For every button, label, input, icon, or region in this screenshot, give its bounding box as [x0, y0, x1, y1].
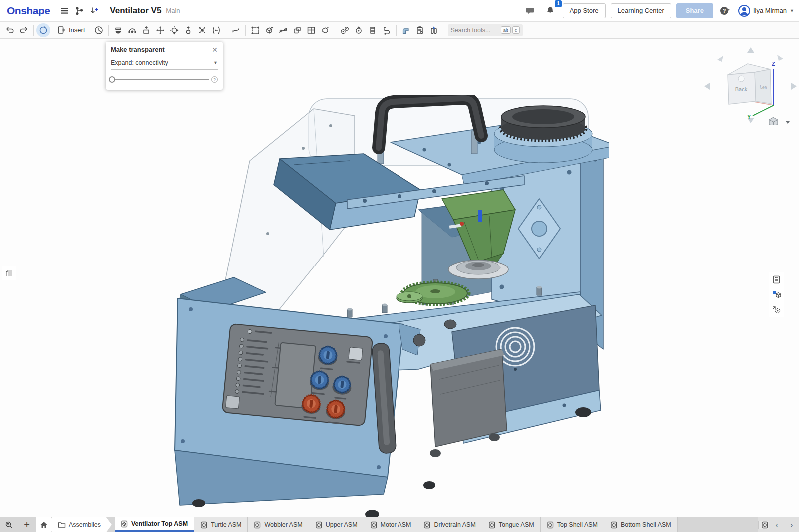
instance-list-toggle[interactable]	[2, 266, 16, 280]
svg-text:Z: Z	[772, 61, 775, 67]
fastened-mate-icon[interactable]	[111, 23, 125, 37]
bearing-assembly[interactable]	[448, 260, 508, 279]
assembly-tab-icon	[200, 521, 208, 529]
notifications-bell-icon[interactable]: 1	[543, 3, 558, 18]
path-icon[interactable]	[276, 23, 290, 37]
expand-dropdown-value: Expand: connectivity	[111, 59, 213, 66]
screw-relation-icon[interactable]	[366, 23, 380, 37]
relation-icon[interactable]	[229, 23, 243, 37]
replicate-icon[interactable]	[262, 23, 276, 37]
comment-icon[interactable]	[523, 3, 538, 18]
tab-partial[interactable]	[758, 521, 769, 529]
graphics-viewport[interactable]: Make transparent ✕ Expand: connectivity …	[0, 39, 799, 517]
app-store-button[interactable]: App Store	[563, 3, 606, 18]
avatar	[738, 5, 750, 17]
user-caret-icon: ▼	[790, 8, 794, 13]
group-icon[interactable]	[290, 23, 304, 37]
breadcrumb-assemblies[interactable]: Assemblies	[52, 517, 112, 532]
scroll-tabs-left-icon[interactable]: ‹	[769, 521, 784, 529]
display-states-icon[interactable]	[318, 23, 332, 37]
gear-relation-icon[interactable]	[338, 23, 352, 37]
pattern-icon[interactable]	[248, 23, 262, 37]
assembly-tab-icon	[423, 521, 431, 529]
gear-star-icon[interactable]	[352, 23, 366, 37]
table-icon[interactable]	[304, 23, 318, 37]
revolute-mate-icon[interactable]	[125, 23, 139, 37]
filter-cap[interactable]	[494, 106, 592, 163]
parallel-mate-icon[interactable]	[209, 23, 223, 37]
tab-ventilator-top-asm[interactable]: Ventilator Top ASM	[115, 517, 194, 532]
redo-icon[interactable]	[17, 23, 31, 37]
assembly-tab-icon	[315, 521, 323, 529]
snapshot-icon[interactable]	[413, 23, 427, 37]
view-menu-icon[interactable]	[769, 118, 790, 126]
close-icon[interactable]: ✕	[212, 46, 218, 53]
mate-arrow	[478, 210, 482, 222]
shortcut-key-c: c	[512, 26, 520, 34]
bom-table-button[interactable]	[769, 272, 784, 287]
assembly-tab-icon	[547, 521, 554, 529]
control-panel[interactable]	[222, 324, 373, 427]
search-tools-input[interactable]: Search tools... alt c	[448, 24, 523, 36]
view-cube-left-face[interactable]: Left	[759, 84, 768, 90]
view-cube-back-face[interactable]: Back	[735, 86, 748, 92]
shortcut-key-alt: alt	[501, 26, 511, 34]
cylindrical-mate-icon[interactable]	[167, 23, 181, 37]
breadcrumb-label: Assemblies	[69, 521, 101, 528]
motor-housing[interactable]	[430, 349, 507, 447]
search-tools-placeholder: Search tools...	[451, 27, 499, 34]
svg-text:?: ?	[723, 8, 726, 14]
tab-motor-asm[interactable]: Motor ASM	[364, 517, 418, 532]
search-tabs-icon[interactable]	[0, 517, 18, 532]
onshape-logo[interactable]: Onshape	[7, 5, 50, 17]
right-panel-buttons	[769, 272, 784, 317]
slider-mate-icon[interactable]	[139, 23, 153, 37]
view-cube-body[interactable]	[728, 64, 771, 104]
workspace-name: Main	[166, 7, 180, 14]
transparency-slider-handle[interactable]	[109, 76, 115, 83]
user-menu[interactable]: Ilya Mirman ▼	[738, 5, 794, 17]
slider-help-icon[interactable]: ?	[211, 76, 218, 83]
follow-mode-icon[interactable]	[87, 3, 102, 18]
insert-button[interactable]: Insert	[56, 23, 86, 37]
pin-slot-mate-icon[interactable]	[181, 23, 195, 37]
app-header: Onshape Ventilator V5 Main 1 App Store L…	[0, 0, 799, 22]
share-button[interactable]: Share	[676, 3, 713, 18]
scroll-tabs-right-icon[interactable]: ›	[784, 521, 799, 529]
user-name: Ilya Mirman	[753, 7, 787, 14]
tab-tongue-asm[interactable]: Tongue ASM	[482, 517, 541, 532]
mate-icon[interactable]	[92, 23, 106, 37]
help-icon[interactable]: ?	[718, 3, 733, 18]
insert-label: Insert	[69, 26, 85, 34]
view-cube[interactable]: X Z Y Back Left	[702, 43, 799, 125]
document-tab-bar: + Assemblies Ventilator Top ASM Turtle A…	[0, 517, 799, 532]
planar-mate-icon[interactable]	[153, 23, 167, 37]
tab-top-shell-asm[interactable]: Top Shell ASM	[541, 517, 604, 532]
tab-bottom-shell-asm[interactable]: Bottom Shell ASM	[604, 517, 678, 532]
new-tab-button[interactable]: +	[18, 517, 36, 532]
mate-connector-panel-button[interactable]	[769, 302, 784, 317]
appearance-panel-button[interactable]	[769, 287, 784, 302]
ball-mate-icon[interactable]	[195, 23, 209, 37]
belt-relation-icon[interactable]	[380, 23, 394, 37]
versions-history-icon[interactable]	[72, 3, 87, 18]
tab-turtle-asm[interactable]: Turtle ASM	[194, 517, 248, 532]
explode-icon[interactable]	[399, 23, 413, 37]
transparency-slider[interactable]	[111, 79, 209, 80]
assembly-tab-icon	[370, 521, 378, 529]
undo-icon[interactable]	[3, 23, 17, 37]
rotate-view-icon[interactable]	[36, 23, 50, 37]
chevron-down-icon: ▼	[213, 60, 218, 65]
tab-upper-asm[interactable]: Upper ASM	[309, 517, 364, 532]
tab-scroll-controls: ‹ ›	[758, 517, 799, 532]
assembly-tab-icon	[488, 521, 496, 529]
ventilator-model[interactable]	[165, 95, 609, 517]
folder-icon	[58, 521, 66, 528]
expand-dropdown[interactable]: Expand: connectivity ▼	[111, 56, 218, 70]
measure-icon[interactable]	[427, 23, 441, 37]
make-transparent-dialog: Make transparent ✕ Expand: connectivity …	[106, 42, 223, 90]
tab-drivetrain-asm[interactable]: Drivetrain ASM	[417, 517, 482, 532]
tab-wobbler-asm[interactable]: Wobbler ASM	[248, 517, 309, 532]
hamburger-menu-icon[interactable]	[57, 3, 72, 18]
learning-center-button[interactable]: Learning Center	[611, 3, 671, 18]
